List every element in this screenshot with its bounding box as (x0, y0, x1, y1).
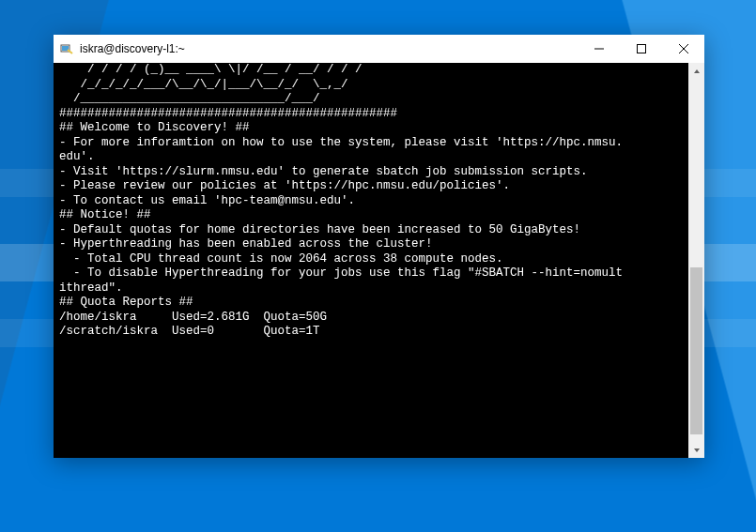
terminal-content: / / / / (_)__ ____\ \|/ /__ / __/ / / / … (59, 63, 688, 458)
scroll-down-button[interactable] (688, 442, 704, 458)
svg-marker-7 (694, 448, 700, 452)
motd-line: / / / / (_)__ ____\ \|/ /__ / __/ / / / (59, 63, 363, 76)
motd-line: - To contact us email 'hpc-team@nmsu.edu… (59, 194, 355, 207)
scroll-track[interactable] (688, 79, 704, 442)
motd-line: - Please review our policies at 'https:/… (59, 179, 510, 192)
putty-icon (59, 41, 74, 56)
close-button[interactable] (662, 35, 704, 63)
svg-rect-3 (637, 45, 645, 53)
window-controls (578, 35, 704, 63)
motd-line: ithread". (59, 281, 123, 295)
terminal-window: iskra@discovery-l1:~ / / / / (_)__ ____\… (54, 35, 704, 458)
scrollbar[interactable] (688, 63, 704, 458)
motd-line: - Default quotas for home directories ha… (59, 223, 580, 236)
motd-line: ## Quota Reports ## (59, 296, 193, 309)
motd-line: - Visit 'https://slurm.nmsu.edu' to gene… (59, 165, 588, 178)
terminal-area[interactable]: / / / / (_)__ ____\ \|/ /__ / __/ / / / … (54, 63, 704, 458)
motd-line: /_/_/_/_/___/\__/\_/|___/\__/_/ \_,_/ (59, 78, 348, 91)
motd-line: /home/iskra Used=2.681G Quota=50G (59, 311, 327, 324)
motd-line: /_____________________________/___/ (59, 92, 320, 105)
motd-line: ## Welcome to Discovery! ## (59, 121, 250, 134)
maximize-button[interactable] (620, 35, 662, 63)
minimize-button[interactable] (578, 35, 620, 63)
scroll-thumb[interactable] (690, 267, 702, 434)
titlebar[interactable]: iskra@discovery-l1:~ (54, 35, 704, 63)
motd-line: - For more inforamtion on how to use the… (59, 136, 623, 149)
motd-line: edu'. (59, 150, 95, 163)
scroll-up-button[interactable] (688, 63, 704, 79)
motd-line: ## Notice! ## (59, 208, 151, 221)
motd-line: - Total CPU thread count is now 2064 acr… (59, 252, 503, 266)
motd-line: - Hyperthreading has been enabled across… (59, 237, 433, 251)
motd-line: - To disable Hyperthreading for your job… (59, 266, 623, 280)
motd-line: ########################################… (59, 107, 397, 120)
motd-line: /scratch/iskra Used=0 Quota=1T (59, 325, 320, 338)
svg-marker-6 (694, 69, 700, 73)
window-title: iskra@discovery-l1:~ (80, 42, 578, 55)
